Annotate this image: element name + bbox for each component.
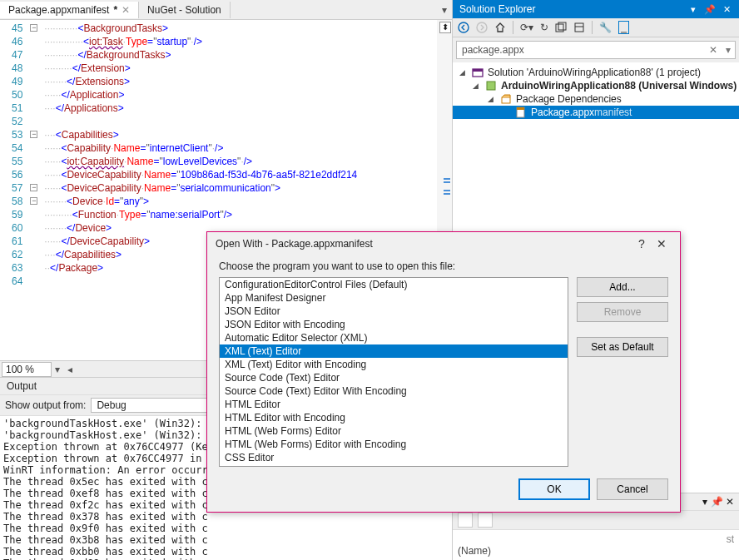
sync-icon[interactable]: ⟳▾ <box>520 22 533 33</box>
svg-point-0 <box>459 22 469 32</box>
set-default-button[interactable]: Set as Default <box>577 337 668 357</box>
help-icon[interactable]: ? <box>632 237 652 250</box>
overview-mark <box>444 178 450 180</box>
svg-rect-2 <box>556 24 563 32</box>
dialog-titlebar[interactable]: Open With - Package.appxmanifest ? ✕ <box>207 232 680 255</box>
editor-list-item[interactable]: JSON Editor with Encoding <box>220 318 568 331</box>
search-input[interactable] <box>457 42 705 58</box>
svg-rect-11 <box>517 107 524 110</box>
output-source-select[interactable]: Debug <box>91 398 216 413</box>
properties-icon[interactable]: 🔧 <box>599 22 612 33</box>
collapse-all-icon[interactable] <box>555 22 567 33</box>
editor-list-item[interactable]: XML (Text) Editor <box>220 344 568 358</box>
solution-explorer-header: Solution Explorer ▾ 📌 ✕ <box>453 0 739 18</box>
editor-list-item[interactable]: ConfigurationEditorControl Files (Defaul… <box>220 278 568 291</box>
expander-icon[interactable]: ◢ <box>488 95 496 103</box>
window-menu-icon[interactable]: ▾ <box>687 4 699 15</box>
overview-mark <box>444 193 450 195</box>
editor-list-item[interactable]: Source Code (Text) Editor <box>220 371 568 384</box>
editor-list-item[interactable]: HTML Editor <box>220 398 568 411</box>
zoom-level[interactable]: 100 % <box>2 362 52 377</box>
svg-rect-7 <box>473 69 483 72</box>
pin-icon[interactable]: 📌 <box>704 4 716 15</box>
editor-list-item[interactable]: HTML Editor with Encoding <box>220 411 568 424</box>
tab-overflow-dropdown[interactable]: ▾ <box>437 4 452 16</box>
pin-icon[interactable]: 📌 <box>711 496 723 508</box>
tree-dependencies-node[interactable]: ◢ Package Dependencies <box>453 92 739 106</box>
refresh-icon[interactable]: ↻ <box>540 22 548 33</box>
tree-solution-node[interactable]: ◢ Solution 'ArduinoWiringApplication88' … <box>453 66 739 79</box>
forward-icon[interactable] <box>476 22 488 33</box>
editor-list-item[interactable]: CSS Editor with Encoding <box>220 464 568 467</box>
close-icon[interactable]: ✕ <box>721 4 732 15</box>
remove-button[interactable]: Remove <box>577 302 668 322</box>
ok-button[interactable]: OK <box>518 478 590 500</box>
properties-toolbar <box>453 510 739 530</box>
project-icon <box>484 80 498 92</box>
output-source-label: Show output from: <box>5 399 86 411</box>
tree-manifest-node[interactable]: Package.appxmanifest <box>453 106 739 119</box>
document-tabbar: Package.appxmanifest* ✕ NuGet - Solution… <box>0 0 452 20</box>
editor-list-item[interactable]: Source Code (Text) Editor With Encoding <box>220 384 568 398</box>
editor-list-item[interactable]: HTML (Web Forms) Editor with Encoding <box>220 438 568 451</box>
tree-label: Solution 'ArduinoWiringApplication88' (1… <box>488 67 701 78</box>
solution-explorer-search[interactable]: ✕ ▾ <box>456 41 736 59</box>
expander-icon[interactable]: ◢ <box>459 68 468 77</box>
tree-label: Package.appxmanifest <box>531 107 632 118</box>
add-button[interactable]: Add... <box>577 277 668 297</box>
manifest-file-icon <box>514 107 528 118</box>
expander-icon[interactable]: ◢ <box>473 82 481 90</box>
dirty-indicator: * <box>113 4 117 16</box>
tree-label: Package Dependencies <box>516 93 622 105</box>
editor-list-item[interactable]: CSS Editor <box>220 451 568 464</box>
open-with-dialog: Open With - Package.appxmanifest ? ✕ Cho… <box>206 231 681 513</box>
close-icon[interactable]: ✕ <box>652 237 672 250</box>
tab-label: Package.appxmanifest <box>8 4 109 16</box>
prop-name-value[interactable] <box>596 545 734 557</box>
svg-rect-8 <box>487 82 495 90</box>
clear-search-icon[interactable]: ✕ <box>705 44 722 56</box>
tab-nuget-solution[interactable]: NuGet - Solution <box>139 2 231 18</box>
editor-list[interactable]: ConfigurationEditorControl Files (Defaul… <box>219 277 568 467</box>
code-fold-column[interactable]: −−−− <box>29 20 41 360</box>
overview-mark <box>444 190 450 191</box>
search-dropdown-icon[interactable]: ▾ <box>722 44 735 56</box>
show-all-files-icon[interactable] <box>573 22 585 33</box>
solution-explorer-title: Solution Explorer <box>459 3 535 15</box>
editor-list-item[interactable]: HTML (Web Forms) Editor <box>220 424 568 438</box>
tab-package-appxmanifest[interactable]: Package.appxmanifest* ✕ <box>0 2 139 18</box>
home-icon[interactable] <box>494 22 506 33</box>
solution-explorer-toolbar: ⟳▾ ↻ 🔧 ⎯ <box>453 18 739 37</box>
svg-rect-9 <box>502 97 510 103</box>
editor-list-item[interactable]: App Manifest Designer <box>220 291 568 305</box>
editor-list-item[interactable]: Automatic Editor Selector (XML) <box>220 331 568 344</box>
dependencies-icon <box>499 93 513 105</box>
tree-project-node[interactable]: ◢ ArduinoWiringApplication88 (Universal … <box>453 79 739 92</box>
nav-left-icon[interactable]: ◂ <box>63 364 77 375</box>
svg-rect-3 <box>558 22 566 30</box>
tab-label: NuGet - Solution <box>147 4 221 16</box>
alphabetize-button[interactable] <box>478 513 493 528</box>
cancel-button[interactable]: Cancel <box>597 478 668 500</box>
close-icon[interactable]: ✕ <box>122 4 130 16</box>
dialog-prompt: Choose the program you want to use to op… <box>219 260 668 272</box>
dialog-title: Open With - Package.appxmanifest <box>216 238 373 250</box>
split-button-icon[interactable]: ⬍ <box>439 22 451 33</box>
prop-name-label: (Name) <box>458 545 596 557</box>
overview-mark <box>444 181 450 183</box>
line-number-gutter: 4546474849505152535455565758596061626364 <box>0 20 29 360</box>
tree-label: ArduinoWiringApplication88 (Universal Wi… <box>501 80 737 92</box>
categorize-button[interactable] <box>458 513 473 528</box>
prop-value-suffix: st <box>458 533 734 545</box>
zoom-dropdown-icon[interactable]: ▾ <box>52 364 63 375</box>
svg-point-1 <box>477 22 487 32</box>
editor-list-item[interactable]: XML (Text) Editor with Encoding <box>220 358 568 371</box>
back-icon[interactable] <box>458 22 469 33</box>
svg-rect-4 <box>575 23 583 32</box>
solution-icon <box>471 67 484 78</box>
properties-grid[interactable]: st (Name) <box>453 530 739 560</box>
editor-list-item[interactable]: JSON Editor <box>220 305 568 318</box>
preview-icon[interactable]: ⎯ <box>618 21 629 34</box>
window-menu-icon[interactable]: ▾ <box>702 496 707 508</box>
close-icon[interactable]: ✕ <box>726 496 734 508</box>
